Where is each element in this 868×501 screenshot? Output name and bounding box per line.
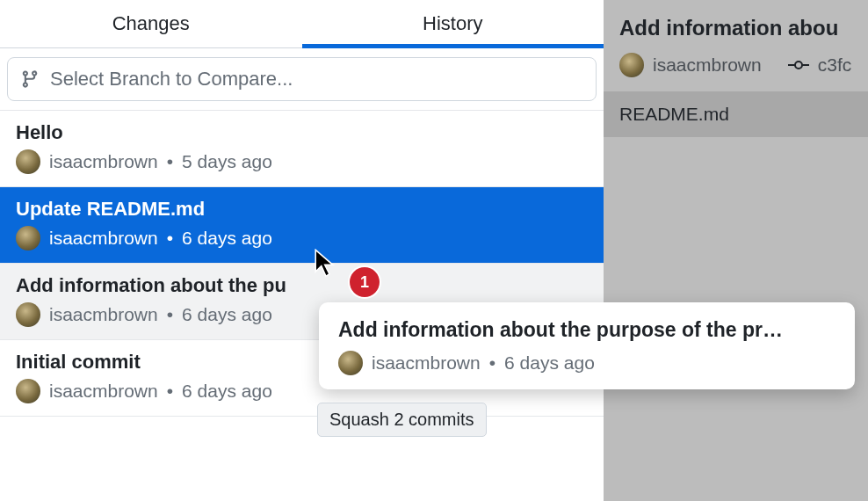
git-branch-icon — [20, 69, 40, 89]
branch-select-placeholder: Select Branch to Compare... — [50, 68, 293, 91]
separator-dot: • — [167, 381, 173, 402]
drag-count: 1 — [360, 273, 369, 292]
branch-compare-select[interactable]: Select Branch to Compare... — [7, 57, 597, 101]
commit-title: Add information about the pu — [16, 274, 588, 297]
detail-sha: c3fc — [818, 54, 852, 76]
tab-changes-label: Changes — [112, 12, 190, 35]
separator-dot: • — [489, 352, 495, 374]
commit-meta: isaacmbrown • 6 days ago — [16, 226, 588, 250]
drag-time: 6 days ago — [504, 352, 595, 374]
detail-title: Add information abou — [604, 0, 868, 44]
commit-meta: isaacmbrown • 5 days ago — [16, 149, 588, 174]
commit-author: isaacmbrown — [49, 228, 158, 249]
commit-author: isaacmbrown — [49, 304, 158, 325]
separator-dot: • — [167, 151, 173, 172]
drag-preview-card: Add information about the purpose of the… — [319, 302, 855, 389]
avatar — [16, 379, 40, 403]
squash-tooltip: Squash 2 commits — [317, 403, 487, 437]
changed-file-name: README.md — [619, 104, 729, 124]
drag-title: Add information about the purpose of the… — [338, 318, 835, 342]
tab-history-label: History — [423, 12, 482, 35]
avatar — [16, 149, 40, 174]
avatar — [16, 226, 40, 250]
separator-dot: • — [167, 304, 173, 325]
tabs: Changes History — [0, 0, 604, 48]
commit-title: Hello — [16, 121, 588, 144]
avatar — [16, 302, 40, 327]
tab-changes[interactable]: Changes — [0, 0, 302, 47]
detail-author: isaacmbrown — [653, 54, 762, 76]
branch-select-container: Select Branch to Compare... — [0, 48, 604, 111]
commit-author: isaacmbrown — [49, 381, 158, 402]
drag-meta: isaacmbrown • 6 days ago — [338, 351, 835, 375]
avatar — [338, 351, 363, 375]
avatar — [619, 53, 644, 77]
git-commit-icon — [788, 57, 809, 73]
commit-author: isaacmbrown — [49, 151, 158, 172]
commit-time: 6 days ago — [182, 228, 272, 249]
drag-count-badge: 1 — [350, 267, 380, 297]
commit-item[interactable]: Hello isaacmbrown • 5 days ago — [0, 111, 604, 187]
detail-pane: Add information abou isaacmbrown c3fc RE… — [604, 0, 868, 501]
separator-dot: • — [167, 228, 173, 249]
commit-title: Update README.md — [16, 198, 588, 221]
svg-point-0 — [795, 62, 802, 69]
commit-item-selected[interactable]: Update README.md isaacmbrown • 6 days ag… — [0, 187, 604, 264]
tooltip-text: Squash 2 commits — [329, 410, 474, 429]
drag-author: isaacmbrown — [372, 352, 481, 374]
detail-meta: isaacmbrown c3fc — [604, 44, 868, 91]
commit-time: 6 days ago — [182, 304, 272, 325]
commit-time: 6 days ago — [182, 381, 272, 402]
changed-file-row[interactable]: README.md — [604, 91, 868, 137]
tab-history[interactable]: History — [302, 0, 604, 47]
commit-time: 5 days ago — [182, 151, 272, 172]
history-pane: Changes History Select Branch to Compare… — [0, 0, 604, 501]
